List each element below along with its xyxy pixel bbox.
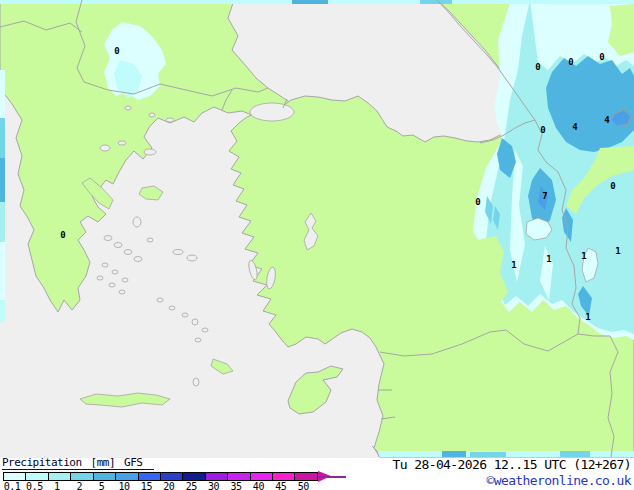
legend-scale-label: 40 — [253, 481, 264, 490]
legend-scale-label: 25 — [186, 481, 197, 490]
legend-color-step — [206, 473, 228, 480]
legend-parameter: Precipitation — [2, 456, 82, 469]
legend-color-step — [273, 473, 295, 480]
legend-scale-label: 10 — [118, 481, 129, 490]
legend-scale-label: 0.1 — [4, 481, 21, 490]
legend-color-bar — [3, 472, 318, 481]
legend-color-step — [49, 473, 71, 480]
legend-scale-label: 5 — [99, 481, 105, 490]
legend-color-step — [139, 473, 161, 480]
legend-scale-label: 2 — [76, 481, 82, 490]
legend-scale-label: 35 — [230, 481, 241, 490]
legend-scale-labels: 0.10.5125101520253035404550 — [2, 481, 342, 490]
legend-color-step — [94, 473, 116, 480]
legend-scale-label: 30 — [208, 481, 219, 490]
legend-scale-label: 50 — [298, 481, 309, 490]
weather-map-page: 0000000440711111 Precipitation[mm]GFS 0.… — [0, 0, 634, 490]
forecast-timestamp: Tu 28-04-2026 12..15 UTC (12+267) — [393, 457, 631, 472]
legend-scale-label: 0.5 — [26, 481, 43, 490]
legend-color-step — [4, 473, 26, 480]
legend-color-step — [183, 473, 205, 480]
legend-scale-label: 45 — [275, 481, 286, 490]
legend-arrow-tail — [318, 476, 346, 478]
legend-color-step — [71, 473, 93, 480]
legend-scale-label: 1 — [54, 481, 60, 490]
legend-unit: [mm] — [91, 456, 116, 469]
legend-scale-label: 20 — [163, 481, 174, 490]
legend-underline — [2, 469, 154, 470]
legend-color-step — [161, 473, 183, 480]
legend-color-step — [295, 473, 316, 480]
legend-color-step — [116, 473, 138, 480]
footer: Tu 28-04-2026 12..15 UTC (12+267) ©weath… — [393, 457, 631, 488]
legend-model: GFS — [124, 456, 142, 469]
precipitation-map: 0000000440711111 — [0, 0, 634, 458]
map-canvas — [0, 0, 634, 458]
legend-scale-label: 15 — [141, 481, 152, 490]
precip-strip-left — [0, 70, 5, 118]
legend-title: Precipitation[mm]GFS — [2, 456, 362, 469]
sea-of-marmara — [250, 103, 294, 121]
legend-color-step — [251, 473, 273, 480]
legend: Precipitation[mm]GFS 0.10.51251015202530… — [2, 456, 362, 469]
copyright-link[interactable]: ©weatheronline.co.uk — [393, 473, 631, 488]
legend-color-step — [26, 473, 48, 480]
legend-color-step — [228, 473, 250, 480]
